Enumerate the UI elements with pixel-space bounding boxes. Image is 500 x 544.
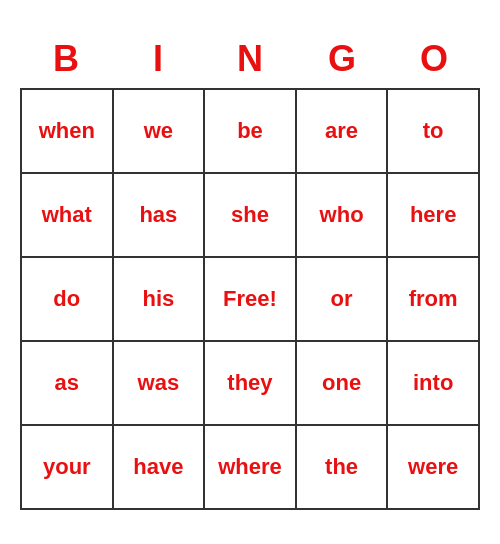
- bingo-cell: where: [205, 426, 297, 508]
- bingo-cell: from: [388, 258, 478, 340]
- bingo-cell: Free!: [205, 258, 297, 340]
- bingo-cell: what: [22, 174, 114, 256]
- bingo-header-letter: O: [388, 34, 480, 84]
- bingo-row: yourhavewherethewere: [22, 426, 478, 508]
- bingo-cell: has: [114, 174, 206, 256]
- bingo-card: BINGO whenwebearetowhathasshewhoheredohi…: [10, 24, 490, 520]
- bingo-header-letter: I: [112, 34, 204, 84]
- bingo-header-letter: B: [20, 34, 112, 84]
- bingo-cell: are: [297, 90, 389, 172]
- bingo-cell: here: [388, 174, 478, 256]
- bingo-cell: were: [388, 426, 478, 508]
- bingo-cell: one: [297, 342, 389, 424]
- bingo-cell: when: [22, 90, 114, 172]
- bingo-cell: who: [297, 174, 389, 256]
- bingo-cell: be: [205, 90, 297, 172]
- bingo-cell: have: [114, 426, 206, 508]
- bingo-row: dohisFree!orfrom: [22, 258, 478, 342]
- bingo-cell: the: [297, 426, 389, 508]
- bingo-row: whathasshewhohere: [22, 174, 478, 258]
- bingo-header: BINGO: [20, 34, 480, 84]
- bingo-cell: she: [205, 174, 297, 256]
- bingo-cell: do: [22, 258, 114, 340]
- bingo-cell: or: [297, 258, 389, 340]
- bingo-cell: as: [22, 342, 114, 424]
- bingo-cell: his: [114, 258, 206, 340]
- bingo-cell: was: [114, 342, 206, 424]
- bingo-grid: whenwebearetowhathasshewhoheredohisFree!…: [20, 88, 480, 510]
- bingo-cell: they: [205, 342, 297, 424]
- bingo-row: aswastheyoneinto: [22, 342, 478, 426]
- bingo-row: whenwebeareto: [22, 90, 478, 174]
- bingo-header-letter: N: [204, 34, 296, 84]
- bingo-cell: we: [114, 90, 206, 172]
- bingo-cell: to: [388, 90, 478, 172]
- bingo-cell: your: [22, 426, 114, 508]
- bingo-cell: into: [388, 342, 478, 424]
- bingo-header-letter: G: [296, 34, 388, 84]
